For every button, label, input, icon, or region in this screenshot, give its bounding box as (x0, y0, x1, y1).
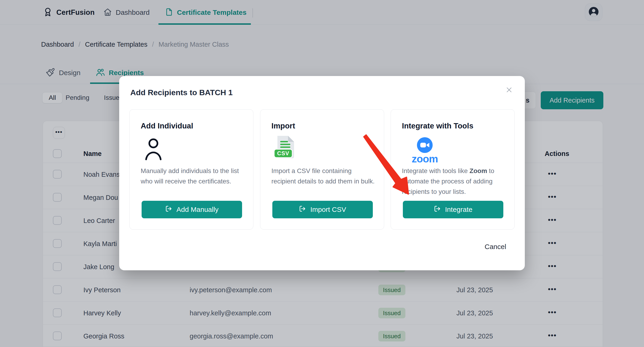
import-csv-label: Import CSV (310, 206, 346, 214)
enter-arrow-icon (299, 205, 306, 214)
certfusion-app: CertFusion Dashboard Certificate Templat… (0, 0, 644, 347)
card-description: Import a CSV file containing recipient d… (272, 166, 376, 186)
option-card-integrate: Integrate with Tools zoom Integrate with… (390, 109, 515, 230)
zoom-logo: zoom (411, 137, 439, 164)
card-heading: Integrate with Tools (402, 122, 473, 130)
csv-file-icon: CSV (274, 136, 296, 163)
enter-arrow-icon (165, 205, 172, 214)
close-icon (506, 86, 513, 94)
modal-title: Add Recipients to BATCH 1 (130, 88, 232, 97)
zoom-wordmark: zoom (411, 154, 439, 164)
card-heading: Import (272, 122, 295, 130)
import-csv-button[interactable]: Import CSV (272, 201, 373, 218)
card-description: Integrate with tools like Zoom to automa… (402, 166, 506, 197)
card-description: Manually add individuals to the list who… (141, 166, 245, 186)
enter-arrow-icon (434, 205, 441, 214)
add-recipients-modal: Add Recipients to BATCH 1 Add Individual… (119, 76, 525, 270)
integrate-button[interactable]: Integrate (403, 201, 503, 218)
svg-text:CSV: CSV (277, 150, 289, 156)
add-manually-label: Add Manually (176, 206, 218, 214)
cancel-button[interactable]: Cancel (484, 243, 506, 251)
integrate-label: Integrate (445, 206, 472, 214)
card-heading: Add Individual (141, 122, 193, 130)
add-manually-button[interactable]: Add Manually (142, 201, 242, 218)
person-icon (143, 136, 164, 162)
modal-close-button[interactable] (503, 84, 515, 96)
option-card-add-individual: Add Individual Manually add individuals … (129, 109, 254, 230)
option-card-import: Import CSV Import a CSV file containing … (260, 109, 384, 230)
zoom-camera-icon (417, 137, 433, 153)
